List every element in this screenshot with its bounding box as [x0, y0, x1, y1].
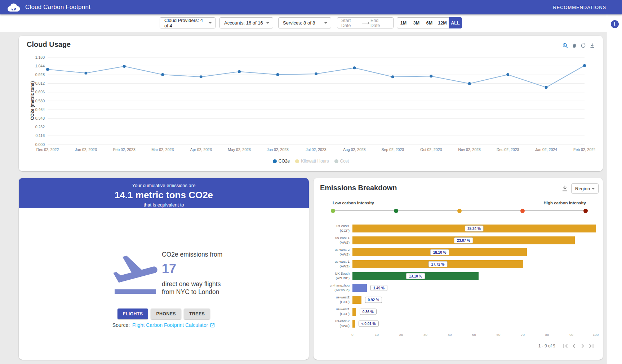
source-link-text: Flight Carbon Footprint Calculator: [132, 322, 208, 328]
svg-text:Feb 02, 2023: Feb 02, 2023: [113, 147, 135, 152]
bar-track: < 0.01 %: [352, 320, 596, 328]
svg-text:Sep 02, 2023: Sep 02, 2023: [382, 147, 404, 152]
start-date-placeholder[interactable]: Start Date: [341, 18, 361, 28]
emissions-breakdown-title: Emissions Breakdown: [320, 184, 397, 192]
external-link-icon: [210, 323, 215, 328]
carbon-intensity-scale: [333, 210, 586, 211]
chevron-down-icon: [324, 22, 328, 24]
bar: [352, 296, 361, 304]
data-point: [276, 73, 279, 76]
region-emissions-bars: us-east1(GCP)25.24 %us-east-1(AWS)23.07 …: [314, 222, 603, 329]
tab-flights[interactable]: FLIGHTS: [117, 308, 148, 319]
statement-line1: direct one way flights: [162, 280, 222, 288]
cloud-providers-value: Cloud Providers: 4 of 4: [164, 18, 206, 28]
svg-text:Jun 02, 2023: Jun 02, 2023: [267, 147, 289, 152]
data-point: [123, 65, 126, 68]
svg-text:0.232: 0.232: [35, 125, 45, 129]
svg-text:0.696: 0.696: [35, 90, 45, 94]
x-axis-tick: 100: [593, 333, 599, 337]
data-point: [353, 66, 356, 69]
region-label: us-east-1(AWS): [314, 236, 350, 245]
chevron-down-icon: [591, 188, 595, 190]
statement-line2: from NYC to London: [162, 288, 222, 296]
pagination: 1 - 9 of 9: [538, 342, 596, 350]
svg-text:0.000: 0.000: [35, 142, 45, 147]
bar-value-label: < 0.01 %: [359, 320, 379, 327]
end-date-placeholder[interactable]: End Date: [370, 18, 389, 28]
filter-bar: Cloud Providers: 4 of 4 Accounts: 16 of …: [0, 14, 607, 32]
range-button-all[interactable]: ALL: [449, 17, 462, 28]
cloud-logo-icon: [6, 3, 21, 12]
page: Cloud Carbon Footprint RECOMMENDATIONS C…: [0, 0, 622, 364]
bar: [352, 308, 356, 316]
bar: [352, 320, 355, 328]
equivalency-tabs: FLIGHTSPHONESTREES: [19, 308, 309, 319]
breakdown-bar-row: us-west-2(AWS)18.10 %: [314, 246, 603, 258]
reset-zoom-icon[interactable]: [581, 43, 586, 48]
pagination-label: 1 - 9 of 9: [538, 343, 555, 349]
legend-item-cost[interactable]: Cost: [334, 159, 349, 164]
svg-text:Jan 02, 2023: Jan 02, 2023: [75, 147, 97, 152]
legend-item-co2e[interactable]: CO2e: [273, 159, 290, 164]
breakdown-download-icon[interactable]: [561, 185, 568, 192]
info-icon[interactable]: i: [611, 20, 619, 28]
legend-dot: [334, 159, 338, 163]
bar-track: 0.92 %: [352, 296, 596, 304]
data-point: [84, 72, 87, 75]
svg-text:Dec 02, 2022: Dec 02, 2022: [36, 147, 59, 152]
cloud-usage-card: Cloud Usage CO2e (metric tons) 1.1601.04…: [19, 36, 603, 171]
high-carbon-intensity-label: High carbon intensity: [543, 201, 586, 205]
bar-track: 23.07 %: [352, 236, 596, 244]
breakdown-bar-row: us-west2(GCP)0.92 %: [314, 294, 603, 306]
services-value: Services: 8 of 8: [283, 20, 315, 26]
low-carbon-intensity-label: Low carbon intensity: [333, 201, 374, 205]
tab-trees[interactable]: TREES: [184, 308, 210, 319]
recommendations-button[interactable]: RECOMMENDATIONS: [551, 4, 608, 10]
tab-phones[interactable]: PHONES: [151, 308, 181, 319]
breakdown-bar-row: us-west1(GCP)0.36 %: [314, 306, 603, 318]
cumulative-emissions-banner: Your cumulative emissions are 14.1 metri…: [19, 178, 309, 208]
svg-text:Jan 02, 2024: Jan 02, 2024: [535, 147, 557, 152]
region-label: us-east1(GCP): [314, 224, 350, 233]
bar-track: 25.24 %: [352, 225, 596, 232]
bar: [352, 284, 367, 292]
download-icon[interactable]: [590, 43, 595, 48]
breakdown-bar-row: us-east-1(AWS)23.07 %: [314, 234, 603, 246]
x-axis-tick: 20: [399, 333, 403, 337]
carbon-intensity-dot: [583, 209, 588, 213]
accounts-select[interactable]: Accounts: 16 of 16: [219, 17, 273, 28]
last-page-icon[interactable]: [587, 342, 596, 350]
svg-text:0.348: 0.348: [35, 116, 45, 120]
pan-icon[interactable]: [572, 43, 577, 48]
data-point: [161, 73, 164, 76]
range-button-3m[interactable]: 3M: [410, 17, 423, 28]
chevron-down-icon: [266, 22, 270, 24]
chart-toolbar: [563, 43, 595, 48]
region-label: us-east-2(AWS): [314, 319, 350, 328]
source-link[interactable]: Flight Carbon Footprint Calculator: [132, 322, 215, 328]
x-axis-tick: 40: [448, 333, 452, 337]
cumulative-emissions-value: 14.1 metric tons CO2e: [19, 190, 309, 201]
svg-text:Dec 02, 2023: Dec 02, 2023: [497, 147, 519, 152]
range-button-6m[interactable]: 6M: [423, 17, 436, 28]
x-axis-tick: 60: [497, 333, 501, 337]
first-page-icon[interactable]: [561, 342, 570, 350]
services-select[interactable]: Services: 8 of 8: [278, 17, 331, 28]
bar-value-label: 17.72 %: [428, 261, 448, 267]
cloud-providers-select[interactable]: Cloud Providers: 4 of 4: [160, 17, 216, 28]
bar-value-label: 0.36 %: [360, 308, 377, 315]
chevron-down-icon: [208, 22, 212, 24]
previous-page-icon[interactable]: [570, 342, 578, 350]
zoom-in-icon[interactable]: [563, 43, 568, 48]
next-page-icon[interactable]: [578, 342, 587, 350]
svg-text:0.116: 0.116: [36, 133, 45, 138]
range-button-1m[interactable]: 1M: [397, 17, 410, 28]
breakdown-dimension-select[interactable]: Region: [571, 183, 599, 194]
range-button-12m[interactable]: 12M: [436, 17, 449, 28]
svg-text:1.160: 1.160: [35, 55, 45, 59]
carbon-intensity-dot: [520, 209, 525, 213]
legend-item-kilowatt-hours[interactable]: Kilowatt Hours: [295, 159, 329, 164]
region-label: us-west-2(AWS): [314, 248, 350, 257]
date-range-input[interactable]: Start Date End Date: [337, 17, 394, 28]
carbon-intensity-dot: [394, 209, 398, 213]
